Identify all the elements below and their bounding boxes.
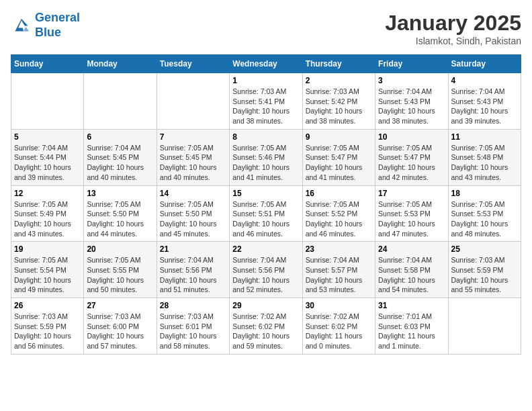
day-number: 22 — [232, 244, 299, 254]
day-number: 23 — [306, 244, 372, 254]
weekday-header-friday: Friday — [375, 55, 448, 73]
day-number: 3 — [378, 76, 445, 85]
day-info: Sunrise: 7:03 AMSunset: 6:00 PMDaylight:… — [87, 312, 153, 351]
day-cell: 10Sunrise: 7:05 AMSunset: 5:47 PMDayligh… — [375, 129, 448, 185]
day-info: Sunrise: 7:03 AMSunset: 5:59 PMDaylight:… — [451, 255, 518, 295]
day-info: Sunrise: 7:05 AMSunset: 5:50 PMDaylight:… — [160, 199, 226, 239]
day-cell: 7Sunrise: 7:05 AMSunset: 5:45 PMDaylight… — [157, 129, 229, 185]
day-cell: 21Sunrise: 7:04 AMSunset: 5:56 PMDayligh… — [157, 242, 229, 298]
day-number: 6 — [87, 132, 153, 142]
day-cell: 17Sunrise: 7:05 AMSunset: 5:53 PMDayligh… — [375, 185, 448, 242]
day-number: 20 — [87, 244, 153, 254]
day-number: 19 — [14, 244, 81, 254]
day-info: Sunrise: 7:04 AMSunset: 5:45 PMDaylight:… — [87, 143, 153, 183]
day-number: 2 — [306, 76, 372, 85]
day-number: 18 — [451, 189, 518, 198]
day-info: Sunrise: 7:02 AMSunset: 6:02 PMDaylight:… — [232, 312, 299, 351]
day-info: Sunrise: 7:05 AMSunset: 5:49 PMDaylight:… — [14, 199, 81, 239]
day-info: Sunrise: 7:04 AMSunset: 5:44 PMDaylight:… — [14, 143, 81, 183]
day-cell: 11Sunrise: 7:05 AMSunset: 5:48 PMDayligh… — [448, 129, 521, 185]
svg-marker-1 — [24, 27, 29, 31]
day-info: Sunrise: 7:01 AMSunset: 6:03 PMDaylight:… — [378, 312, 445, 351]
day-number: 26 — [14, 301, 81, 310]
day-number: 16 — [306, 189, 372, 198]
weekday-header-row: SundayMondayTuesdayWednesdayThursdayFrid… — [11, 55, 521, 73]
day-cell — [157, 73, 229, 130]
day-info: Sunrise: 7:05 AMSunset: 5:53 PMDaylight:… — [451, 199, 518, 239]
logo-icon — [11, 16, 32, 35]
weekday-header-sunday: Sunday — [11, 55, 84, 73]
day-info: Sunrise: 7:05 AMSunset: 5:52 PMDaylight:… — [306, 199, 372, 239]
weekday-header-wednesday: Wednesday — [230, 55, 302, 73]
day-info: Sunrise: 7:05 AMSunset: 5:55 PMDaylight:… — [87, 255, 153, 295]
week-row-3: 12Sunrise: 7:05 AMSunset: 5:49 PMDayligh… — [11, 185, 521, 242]
day-number: 17 — [378, 189, 445, 198]
day-info: Sunrise: 7:03 AMSunset: 5:59 PMDaylight:… — [14, 312, 81, 351]
day-cell: 6Sunrise: 7:04 AMSunset: 5:45 PMDaylight… — [84, 129, 157, 185]
day-info: Sunrise: 7:05 AMSunset: 5:47 PMDaylight:… — [378, 143, 445, 183]
day-info: Sunrise: 7:03 AMSunset: 5:42 PMDaylight:… — [306, 87, 372, 126]
day-number: 27 — [87, 301, 153, 310]
day-cell: 14Sunrise: 7:05 AMSunset: 5:50 PMDayligh… — [157, 185, 229, 242]
day-info: Sunrise: 7:05 AMSunset: 5:45 PMDaylight:… — [160, 143, 226, 183]
weekday-header-saturday: Saturday — [448, 55, 521, 73]
day-cell: 8Sunrise: 7:05 AMSunset: 5:46 PMDaylight… — [230, 129, 302, 185]
day-cell: 22Sunrise: 7:04 AMSunset: 5:56 PMDayligh… — [230, 242, 302, 298]
day-cell: 1Sunrise: 7:03 AMSunset: 5:41 PMDaylight… — [230, 73, 302, 130]
day-cell: 20Sunrise: 7:05 AMSunset: 5:55 PMDayligh… — [84, 242, 157, 298]
day-number: 13 — [87, 189, 153, 198]
day-cell: 23Sunrise: 7:04 AMSunset: 5:57 PMDayligh… — [302, 242, 375, 298]
day-number: 9 — [306, 132, 372, 142]
weekday-header-monday: Monday — [84, 55, 157, 73]
day-cell — [448, 298, 521, 355]
day-number: 15 — [232, 189, 299, 198]
day-number: 5 — [14, 132, 81, 142]
day-info: Sunrise: 7:04 AMSunset: 5:56 PMDaylight:… — [232, 255, 299, 295]
day-info: Sunrise: 7:05 AMSunset: 5:46 PMDaylight:… — [232, 143, 299, 183]
logo-line2: Blue — [35, 26, 61, 39]
day-cell: 13Sunrise: 7:05 AMSunset: 5:50 PMDayligh… — [84, 185, 157, 242]
day-cell: 4Sunrise: 7:04 AMSunset: 5:43 PMDaylight… — [448, 73, 521, 130]
day-cell: 18Sunrise: 7:05 AMSunset: 5:53 PMDayligh… — [448, 185, 521, 242]
location: Islamkot, Sindh, Pakistan — [385, 36, 521, 46]
day-info: Sunrise: 7:02 AMSunset: 6:02 PMDaylight:… — [306, 312, 372, 351]
day-cell: 27Sunrise: 7:03 AMSunset: 6:00 PMDayligh… — [84, 298, 157, 355]
week-row-1: 1Sunrise: 7:03 AMSunset: 5:41 PMDaylight… — [11, 73, 521, 130]
day-number: 14 — [160, 189, 226, 198]
title-block: January 2025 Islamkot, Sindh, Pakistan — [385, 11, 521, 46]
day-info: Sunrise: 7:04 AMSunset: 5:43 PMDaylight:… — [378, 87, 445, 126]
day-cell: 28Sunrise: 7:03 AMSunset: 6:01 PMDayligh… — [157, 298, 229, 355]
logo-text: General Blue — [35, 11, 80, 40]
day-number: 29 — [232, 301, 299, 310]
day-info: Sunrise: 7:03 AMSunset: 6:01 PMDaylight:… — [160, 312, 226, 351]
day-number: 28 — [160, 301, 226, 310]
day-number: 8 — [232, 132, 299, 142]
day-info: Sunrise: 7:05 AMSunset: 5:50 PMDaylight:… — [87, 199, 153, 239]
calendar-table: SundayMondayTuesdayWednesdayThursdayFrid… — [11, 54, 521, 355]
day-cell: 31Sunrise: 7:01 AMSunset: 6:03 PMDayligh… — [375, 298, 448, 355]
logo: General Blue — [11, 11, 80, 40]
day-info: Sunrise: 7:04 AMSunset: 5:57 PMDaylight:… — [306, 255, 372, 295]
day-cell: 29Sunrise: 7:02 AMSunset: 6:02 PMDayligh… — [230, 298, 302, 355]
week-row-5: 26Sunrise: 7:03 AMSunset: 5:59 PMDayligh… — [11, 298, 521, 355]
day-number: 31 — [378, 301, 445, 310]
day-cell: 15Sunrise: 7:05 AMSunset: 5:51 PMDayligh… — [230, 185, 302, 242]
day-cell: 12Sunrise: 7:05 AMSunset: 5:49 PMDayligh… — [11, 185, 84, 242]
day-number: 12 — [14, 189, 81, 198]
day-cell: 24Sunrise: 7:04 AMSunset: 5:58 PMDayligh… — [375, 242, 448, 298]
day-number: 1 — [232, 76, 299, 85]
day-info: Sunrise: 7:04 AMSunset: 5:56 PMDaylight:… — [160, 255, 226, 295]
day-number: 30 — [306, 301, 372, 310]
month-title: January 2025 — [385, 11, 521, 36]
day-number: 10 — [378, 132, 445, 142]
day-cell: 3Sunrise: 7:04 AMSunset: 5:43 PMDaylight… — [375, 73, 448, 130]
day-cell — [11, 73, 84, 130]
day-cell: 30Sunrise: 7:02 AMSunset: 6:02 PMDayligh… — [302, 298, 375, 355]
day-info: Sunrise: 7:05 AMSunset: 5:53 PMDaylight:… — [378, 199, 445, 239]
day-cell: 26Sunrise: 7:03 AMSunset: 5:59 PMDayligh… — [11, 298, 84, 355]
day-info: Sunrise: 7:05 AMSunset: 5:47 PMDaylight:… — [306, 143, 372, 183]
day-info: Sunrise: 7:05 AMSunset: 5:54 PMDaylight:… — [14, 255, 81, 295]
day-info: Sunrise: 7:03 AMSunset: 5:41 PMDaylight:… — [232, 87, 299, 126]
day-cell: 9Sunrise: 7:05 AMSunset: 5:47 PMDaylight… — [302, 129, 375, 185]
day-info: Sunrise: 7:05 AMSunset: 5:51 PMDaylight:… — [232, 199, 299, 239]
